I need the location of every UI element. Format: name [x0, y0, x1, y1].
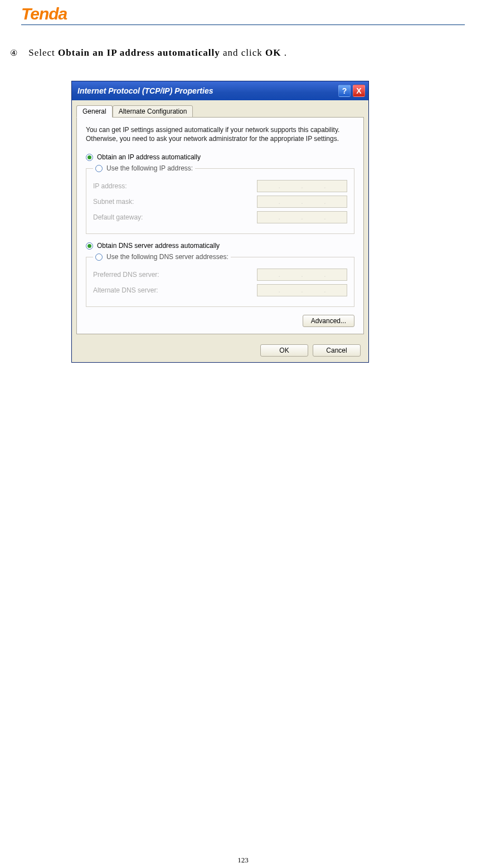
dialog-window: Internet Protocol (TCP/IP) Properties ? … — [71, 81, 369, 363]
radio-selected-icon[interactable] — [86, 154, 93, 161]
preferred-dns-input: ... — [257, 269, 347, 281]
radio-obtain-dns-row[interactable]: Obtain DNS server address automatically — [86, 242, 354, 250]
instruction-line: ④ Select Obtain an IP address automatica… — [10, 47, 465, 58]
page-number: 123 — [0, 856, 486, 865]
close-icon[interactable]: X — [353, 85, 365, 97]
tab-alternate[interactable]: Alternate Configuration — [113, 105, 193, 118]
dialog-button-bar: OK Cancel — [72, 339, 368, 362]
radio-unselected-icon[interactable] — [95, 253, 103, 261]
text-bold-ok: OK — [265, 47, 281, 58]
radio-use-dns-label: Use the following DNS server addresses: — [106, 253, 229, 261]
label-subnet: Subnet mask: — [93, 198, 134, 206]
dialog-title: Internet Protocol (TCP/IP) Properties — [77, 86, 213, 95]
alternate-dns-input: ... — [257, 284, 347, 296]
radio-use-ip-label: Use the following IP address: — [106, 164, 193, 172]
radio-unselected-icon[interactable] — [95, 165, 103, 172]
step-number: ④ — [10, 48, 18, 57]
ip-group: Use the following IP address: IP address… — [86, 164, 354, 234]
radio-use-ip-row[interactable]: Use the following IP address: — [93, 164, 195, 172]
advanced-button[interactable]: Advanced... — [303, 315, 354, 327]
text-pre: Select — [28, 47, 58, 58]
radio-obtain-ip-label: Obtain an IP address automatically — [97, 153, 201, 161]
radio-obtain-dns-label: Obtain DNS server address automatically — [97, 242, 220, 250]
cancel-button[interactable]: Cancel — [313, 344, 361, 357]
tab-general[interactable]: General — [76, 105, 113, 118]
ok-button[interactable]: OK — [260, 344, 308, 357]
tab-strip: General Alternate Configuration — [72, 100, 368, 117]
radio-use-dns-row[interactable]: Use the following DNS server addresses: — [93, 253, 231, 261]
label-preferred-dns: Preferred DNS server: — [93, 271, 159, 279]
gateway-input: ... — [257, 211, 347, 223]
text-bold-obtain: Obtain an IP address automatically — [58, 47, 220, 58]
label-gateway: Default gateway: — [93, 213, 143, 221]
label-ip-address: IP address: — [93, 182, 127, 190]
titlebar[interactable]: Internet Protocol (TCP/IP) Properties ? … — [72, 81, 368, 100]
dns-group: Use the following DNS server addresses: … — [86, 253, 354, 307]
ip-address-input: ... — [257, 180, 347, 192]
radio-selected-icon[interactable] — [86, 242, 93, 250]
text-end: . — [284, 47, 287, 58]
subnet-input: ... — [257, 196, 347, 208]
description-text: You can get IP settings assigned automat… — [86, 125, 354, 143]
help-icon[interactable]: ? — [338, 85, 351, 97]
radio-obtain-ip-row[interactable]: Obtain an IP address automatically — [86, 153, 354, 161]
tab-panel: You can get IP settings assigned automat… — [76, 117, 364, 334]
label-alternate-dns: Alternate DNS server: — [93, 286, 158, 294]
brand-logo: Tenda — [21, 4, 465, 23]
text-mid: and click — [223, 47, 265, 58]
divider — [21, 25, 465, 25]
